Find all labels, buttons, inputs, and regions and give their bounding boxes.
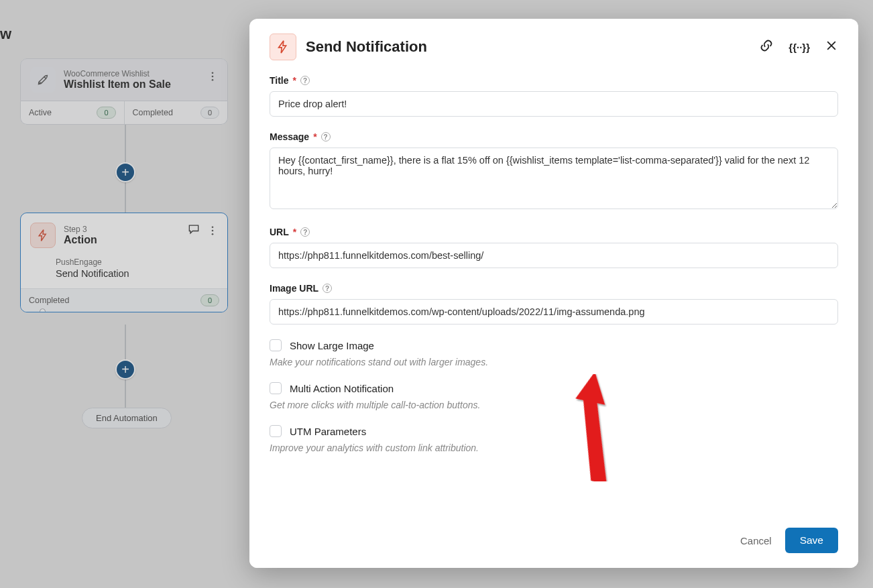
utm-checkbox[interactable] [270, 425, 282, 437]
title-label: Title [270, 75, 289, 86]
image-url-input[interactable] [270, 299, 838, 325]
large-image-checkbox[interactable] [270, 339, 282, 351]
help-icon[interactable]: ? [300, 76, 310, 85]
cancel-button[interactable]: Cancel [740, 535, 772, 546]
required-marker: * [293, 227, 296, 237]
help-icon[interactable]: ? [323, 284, 332, 293]
multi-action-label: Multi Action Notification [290, 383, 394, 394]
modal-body: Title * ? Message * ? URL * ? Im [249, 66, 858, 516]
utm-desc: Improve your analytics with custom link … [270, 443, 838, 453]
utm-label: UTM Parameters [290, 426, 366, 437]
image-url-label: Image URL [270, 283, 318, 294]
required-marker: * [313, 131, 316, 142]
required-marker: * [293, 75, 296, 86]
url-input[interactable] [270, 243, 838, 268]
large-image-desc: Make your notifications stand out with l… [270, 357, 838, 367]
send-notification-modal: Send Notification {{··}} Title * ? Messa… [249, 19, 858, 568]
merge-tags-icon[interactable]: {{··}} [789, 42, 810, 53]
message-label: Message [270, 131, 309, 142]
multi-action-checkbox[interactable] [270, 382, 282, 394]
link-icon[interactable] [759, 38, 774, 56]
title-input[interactable] [270, 91, 838, 117]
modal-title: Send Notification [306, 38, 427, 56]
multi-action-desc: Get more clicks with multiple call-to-ac… [270, 400, 838, 410]
bolt-icon [270, 34, 296, 60]
modal-header: Send Notification {{··}} [249, 19, 858, 66]
save-button[interactable]: Save [785, 528, 838, 553]
message-textarea[interactable] [270, 148, 838, 209]
modal-footer: Cancel Save [249, 516, 858, 568]
help-icon[interactable]: ? [300, 227, 310, 237]
large-image-label: Show Large Image [290, 340, 374, 351]
help-icon[interactable]: ? [321, 132, 331, 141]
close-icon[interactable] [825, 39, 838, 55]
url-label: URL [270, 227, 289, 237]
